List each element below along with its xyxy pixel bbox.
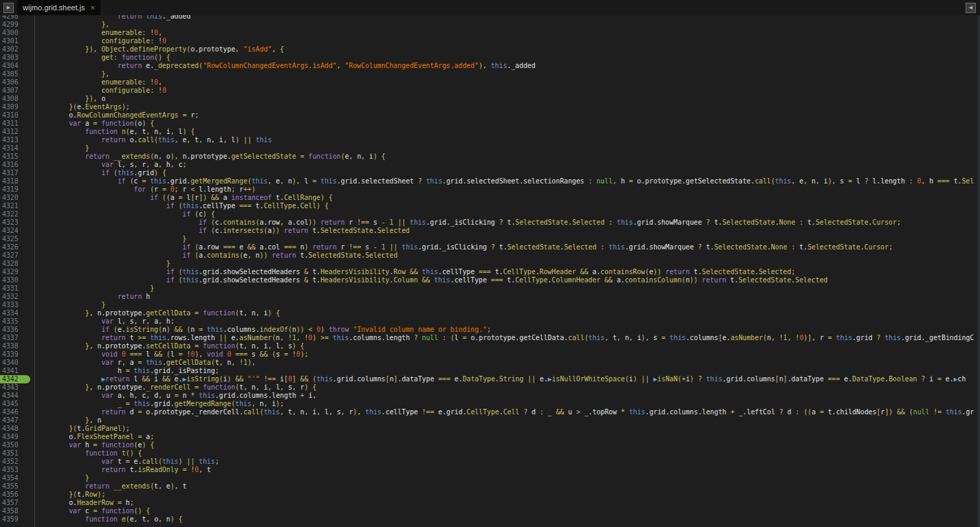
code-text: return h xyxy=(34,293,150,301)
code-line: 4313 return o.call(this, e, t, n, i, l) … xyxy=(0,136,980,144)
code-line: 4347 }, n xyxy=(0,416,980,425)
line-number: 4359 xyxy=(0,515,34,524)
code-line: 4356 }(t.Row); xyxy=(0,491,980,499)
line-number: 4337 xyxy=(0,334,34,342)
line-number: 4339 xyxy=(0,350,34,359)
line-number: 4300 xyxy=(0,29,34,37)
line-number: 4298 xyxy=(0,15,34,21)
close-icon[interactable]: × xyxy=(90,4,94,12)
code-text: enumerable: !0, xyxy=(34,29,162,37)
code-line: 4333 } xyxy=(0,301,980,309)
line-number: 4309 xyxy=(0,103,34,111)
line-number: 4313 xyxy=(0,136,34,144)
line-number: 4338 xyxy=(0,342,34,350)
code-text: }, xyxy=(34,70,109,78)
code-text: return d = o.prototype._renderCell.call(… xyxy=(34,408,974,416)
line-number: 4349 xyxy=(0,433,34,441)
code-line: 4311 var a = function(o) { xyxy=(0,120,980,128)
code-line: 4336 if (e.isString(n) && (n = this.colu… xyxy=(0,326,980,334)
code-text: if (c.contains(a.row, a.col)) return r !… xyxy=(34,218,901,227)
left-triangle-glyph: ◀ xyxy=(969,5,972,10)
code-text: if (this.cellType === t.CellType.Cell) { xyxy=(34,202,329,210)
code-text: return e._deprecated("RowColumnChangedEv… xyxy=(34,62,536,70)
code-line: 4322 if (c) { xyxy=(0,210,980,218)
code-line: 4331 } xyxy=(0,284,980,293)
code-line: 4324 if (c.intersects(a)) return t.Selec… xyxy=(0,227,980,235)
code-text: }(e.EventArgs); xyxy=(34,103,130,111)
tab-wijmo-grid-sheet-js[interactable]: wijmo.grid.sheet.js × xyxy=(17,0,100,15)
code-line: 4352 var t = e.call(this) || this; xyxy=(0,458,980,466)
code-line: 4340 var r, a = this.getCellData(t, n, !… xyxy=(0,359,980,367)
code-text: function t() { xyxy=(34,449,142,458)
line-number: 4322 xyxy=(0,210,34,218)
line-number: 4324 xyxy=(0,227,34,235)
line-number: 4319 xyxy=(0,186,34,194)
code-text: }(t.GridPanel); xyxy=(34,425,130,433)
code-line: 4305 }, xyxy=(0,70,980,78)
line-number: 4334 xyxy=(0,309,34,317)
code-text: enumerable: !0, xyxy=(34,78,162,87)
code-text: var t = e.call(this) || this; xyxy=(34,458,219,466)
code-line: 4349 o.FlexSheetPanel = a; xyxy=(0,433,980,441)
code-text: get: function() { xyxy=(34,54,171,62)
line-number: 4350 xyxy=(0,441,34,449)
code-text: o.FlexSheetPanel = a; xyxy=(34,433,154,441)
tab-bar: ▶ wijmo.grid.sheet.js × ◀ xyxy=(0,0,980,15)
line-number: 4351 xyxy=(0,449,34,458)
code-line: 4306 enumerable: !0, xyxy=(0,78,980,87)
line-number: 4345 xyxy=(0,400,34,408)
line-number: 4344 xyxy=(0,392,34,400)
tab-scroll-left-icon[interactable]: ◀ xyxy=(966,3,976,13)
code-text: return o.call(this, e, t, n, i, l) || th… xyxy=(34,136,272,144)
code-line: 4334 }, n.prototype.getCellData = functi… xyxy=(0,309,980,317)
code-line: 4317 if (this.grid) { xyxy=(0,169,980,177)
line-number: 4336 xyxy=(0,326,34,334)
code-text: } xyxy=(34,260,171,268)
code-text: if ((a = l[r]) && a instanceof t.CellRan… xyxy=(34,194,333,202)
code-line: 4308 }), o xyxy=(0,95,980,103)
code-text: if (a.row === e && a.col === n) return r… xyxy=(34,243,893,251)
code-text: ▶return l && i && e.▶isString(i) && "'" … xyxy=(34,375,966,383)
line-number: 4346 xyxy=(0,408,34,416)
code-line: 4320 if ((a = l[r]) && a instanceof t.Ce… xyxy=(0,194,980,202)
vertical-scrollbar[interactable] xyxy=(977,15,980,527)
document-list-icon[interactable]: ▶ xyxy=(3,3,14,13)
code-line: 4337 return t >= this.rows.length || e.a… xyxy=(0,334,980,342)
code-line: 4318 if (c = this.grid.getMergedRange(th… xyxy=(0,177,980,186)
code-line: 4300 enumerable: !0, xyxy=(0,29,980,37)
code-text: }), Object.defineProperty(o.prototype, "… xyxy=(34,45,284,54)
code-line: 4342 ▶return l && i && e.▶isString(i) &&… xyxy=(0,375,980,383)
code-line: 4303 get: function() { xyxy=(0,54,980,62)
code-line: 4338 }, n.prototype.setCellData = functi… xyxy=(0,342,980,350)
line-number: 4327 xyxy=(0,251,34,260)
code-line: 4330 if (this.grid.showSelectedHeaders &… xyxy=(0,276,980,284)
code-text: var a, h, c, d, u = n * this.grid.column… xyxy=(34,392,316,400)
code-text: h = this.grid._isPasting; xyxy=(34,367,219,375)
code-text: void 0 === l && (l = !0), void 0 === s &… xyxy=(34,350,308,359)
line-number: 4329 xyxy=(0,268,34,276)
code-editor[interactable]: 4298 return this._added4299 },4300 enume… xyxy=(0,15,980,527)
code-line: 4345 _ = this.grid.getMergedRange(this, … xyxy=(0,400,980,408)
code-line: 4359 function e(e, t, o, n) { xyxy=(0,515,980,524)
code-line: 4354 } xyxy=(0,474,980,482)
line-number: 4310 xyxy=(0,111,34,120)
line-number: 4352 xyxy=(0,458,34,466)
code-text: } xyxy=(34,301,105,309)
line-number: 4323 xyxy=(0,218,34,227)
line-number: 4316 xyxy=(0,161,34,169)
line-number: 4356 xyxy=(0,491,34,499)
code-line: 4358 var c = function() { xyxy=(0,507,980,515)
code-text: }(t.Row); xyxy=(34,491,105,499)
code-text: _ = this.grid.getMergedRange(this, n, i)… xyxy=(34,400,284,408)
line-number: 4304 xyxy=(0,62,34,70)
line-number: 4354 xyxy=(0,474,34,482)
code-text: var l, s, r, a, h; xyxy=(34,317,175,326)
code-text: if (c) { xyxy=(34,210,215,218)
line-number: 4325 xyxy=(0,235,34,243)
code-line: 4344 var a, h, c, d, u = n * this.grid.c… xyxy=(0,392,980,400)
code-line: 4301 configurable: !0 xyxy=(0,37,980,45)
code-line: 4351 function t() { xyxy=(0,449,980,458)
code-line: 4332 return h xyxy=(0,293,980,301)
line-number: 4332 xyxy=(0,293,34,301)
code-text: var r, a = this.getCellData(t, n, !1), xyxy=(34,359,256,367)
